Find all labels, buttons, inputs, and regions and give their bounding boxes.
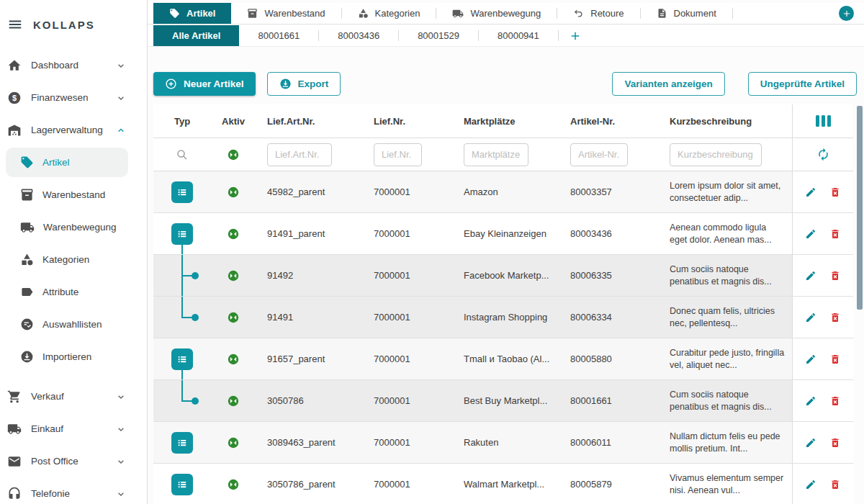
col-marktplaetze[interactable]: Marktplätze: [452, 104, 559, 138]
truck-icon: [20, 220, 35, 235]
plus-icon: [569, 30, 582, 42]
edit-icon[interactable]: [805, 312, 816, 323]
show-variants-button[interactable]: Varianten anzeigen: [612, 72, 724, 96]
col-lief-art-nr[interactable]: Lief.Art.Nr.: [256, 104, 362, 138]
menu-icon[interactable]: [7, 17, 23, 32]
active-status-icon: [211, 171, 256, 212]
sidebar-item-kategorien[interactable]: Kategorien: [0, 243, 147, 276]
tab-retoure[interactable]: Retoure: [557, 3, 639, 24]
sidebar-item-dashboard[interactable]: Dashboard: [0, 49, 147, 81]
tab-article-80001529[interactable]: 80001529: [399, 25, 478, 46]
sidebar-item-telefonie[interactable]: Telefonie: [0, 477, 147, 504]
col-aktiv[interactable]: Aktiv: [211, 104, 256, 138]
sidebar-item-importieren[interactable]: Importieren: [0, 341, 147, 373]
delete-icon[interactable]: [829, 354, 841, 365]
table-header-row: Typ Aktiv Lief.Art.Nr. Lief.Nr. Marktplä…: [153, 104, 853, 138]
lief-art-nr-value: 91491_parent: [256, 213, 362, 254]
sidebar-item-artikel[interactable]: Artikel: [0, 146, 147, 179]
delete-icon[interactable]: [829, 395, 841, 407]
tab-dokument[interactable]: Dokument: [641, 3, 732, 24]
tab-kategorien[interactable]: Kategorien: [342, 3, 436, 24]
tab-article-80000941[interactable]: 80000941: [479, 25, 558, 46]
delete-icon[interactable]: [829, 228, 841, 240]
edit-icon[interactable]: [805, 437, 816, 449]
tab-label: 80003436: [338, 30, 379, 41]
export-button[interactable]: Export: [267, 72, 341, 96]
table-row: 91491_parent 7000001 Ebay Kleinanzeigen …: [153, 213, 853, 255]
article-type-button[interactable]: [171, 474, 193, 495]
button-label: Neuer Artikel: [184, 78, 244, 89]
artikel-nr-value: 80001661: [559, 380, 658, 421]
delete-icon[interactable]: [829, 270, 841, 282]
sidebar-item-label: Auswahllisten: [42, 319, 102, 330]
sidebar-item-warenbewegung[interactable]: Warenbewegung: [0, 211, 147, 243]
list-icon: [176, 353, 189, 366]
sidebar-item-warenbestand[interactable]: Warenbestand: [0, 179, 147, 211]
refresh-icon[interactable]: [816, 148, 830, 161]
sidebar-item-label: Warenbewegung: [43, 222, 117, 233]
list-icon: [176, 228, 189, 240]
tab-label: Retoure: [590, 8, 624, 19]
search-icon: [176, 148, 189, 161]
article-type-button[interactable]: [171, 223, 193, 245]
tree-connector: [181, 380, 183, 401]
edit-icon[interactable]: [805, 395, 816, 407]
delete-icon[interactable]: [829, 479, 841, 490]
lief-nr-value: 7000001: [362, 380, 452, 421]
kurzbeschreibung-value: Cum sociis natoque penatibus et magnis d…: [658, 380, 792, 421]
tree-connector: [181, 317, 192, 318]
sidebar-item-lagerverwaltung[interactable]: Lagerverwaltung: [0, 114, 147, 146]
add-article-tab-button[interactable]: [559, 25, 592, 46]
col-typ[interactable]: Typ: [153, 104, 211, 138]
filter-lief-art-nr-input[interactable]: [267, 143, 332, 166]
lief-nr-value: 7000001: [362, 338, 452, 379]
vertical-scrollbar[interactable]: [857, 106, 863, 310]
unchecked-articles-button[interactable]: Ungeprüfte Artikel: [748, 72, 857, 96]
tab-alle-artikel[interactable]: Alle Artikel: [153, 25, 239, 46]
tree-connector: [181, 370, 183, 379]
tab-warenbewegung[interactable]: Warenbewegung: [436, 3, 557, 24]
sidebar-item-finanzwesen[interactable]: Finanzwesen: [0, 81, 147, 114]
delete-icon[interactable]: [829, 312, 841, 323]
delete-icon[interactable]: [829, 437, 841, 449]
brand-name: KOLLAPS: [33, 19, 95, 31]
article-type-button[interactable]: [171, 181, 193, 203]
artikel-nr-value: 80006011: [559, 422, 658, 463]
sidebar-item-post-office[interactable]: Post Office: [0, 445, 147, 477]
filter-artikel-nr-input[interactable]: [570, 143, 628, 166]
kurzbeschreibung-value: Donec quam felis, ultricies nec, pellent…: [658, 297, 792, 338]
sidebar-item-einkauf[interactable]: Einkauf: [0, 413, 147, 445]
sidebar-item-auswahllisten[interactable]: Auswahllisten: [0, 308, 147, 341]
tree-connector: [181, 400, 192, 402]
filter-marktplaetze-input[interactable]: [464, 143, 528, 166]
filter-kurzbeschreibung-input[interactable]: [670, 143, 762, 166]
column-settings-cell: [792, 104, 853, 138]
tab-artikel[interactable]: Artikel: [153, 3, 231, 24]
col-lief-nr[interactable]: Lief.Nr.: [362, 104, 452, 138]
col-kurzbeschreibung[interactable]: Kurzbeschreibung: [658, 104, 792, 138]
chevron-down-icon: [115, 488, 127, 500]
delete-icon[interactable]: [829, 186, 841, 198]
filter-lief-nr-input[interactable]: [374, 143, 422, 166]
edit-icon[interactable]: [805, 186, 816, 198]
edit-icon[interactable]: [805, 270, 816, 282]
col-artikel-nr[interactable]: Artikel-Nr.: [559, 104, 658, 138]
edit-icon[interactable]: [805, 228, 816, 240]
tab-article-80001661[interactable]: 80001661: [239, 25, 318, 46]
chevron-down-icon: [115, 391, 127, 402]
artikel-nr-value: 80006334: [559, 297, 658, 338]
tab-article-80003436[interactable]: 80003436: [319, 25, 398, 46]
edit-icon[interactable]: [805, 479, 816, 490]
add-module-tab-button[interactable]: [839, 6, 854, 21]
columns-icon[interactable]: [816, 115, 831, 127]
sidebar-item-verkauf[interactable]: Verkauf: [0, 380, 147, 413]
tab-warenbestand[interactable]: Warenbestand: [231, 3, 341, 24]
article-type-button[interactable]: [171, 432, 193, 454]
download-circle-icon: [20, 350, 34, 364]
table-row: 3089463_parent 7000001 Rakuten 80006011 …: [153, 422, 853, 464]
aktiv-filter-icon[interactable]: [228, 149, 239, 161]
new-article-button[interactable]: Neuer Artikel: [153, 72, 256, 96]
sidebar-item-attribute[interactable]: Attribute: [0, 276, 147, 308]
article-type-button[interactable]: [171, 348, 193, 370]
edit-icon[interactable]: [805, 354, 816, 365]
